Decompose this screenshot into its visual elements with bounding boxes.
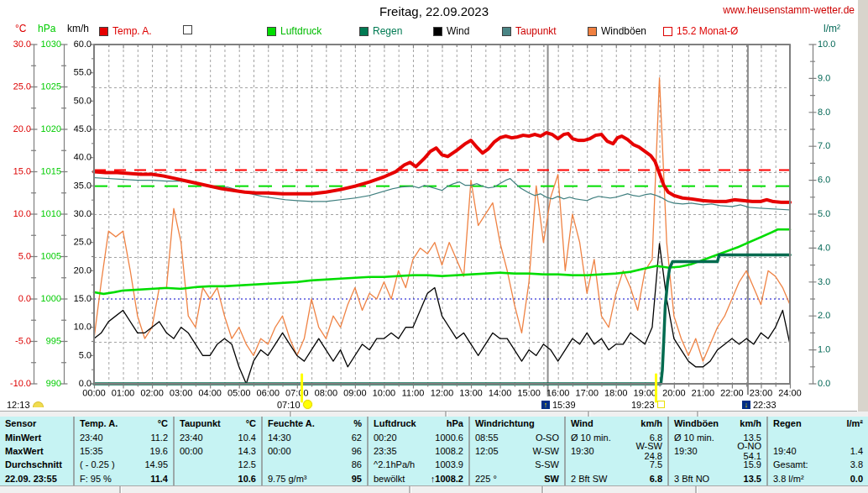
legend-item-15-2-monat-[interactable]: 15.2 Monat-Ø bbox=[663, 25, 738, 37]
table-cell-time: 3 Bft NO bbox=[669, 474, 721, 484]
table-cell-value: 19.6 bbox=[127, 446, 173, 456]
table-col-unit: °C bbox=[221, 418, 261, 428]
table-cell-time: 19:30 bbox=[669, 446, 721, 456]
legend-item-regen[interactable]: Regen bbox=[359, 25, 402, 37]
strip-separator bbox=[541, 486, 544, 493]
table-row-label: Durchschnitt bbox=[0, 459, 73, 469]
legend-label: Temp. A. bbox=[112, 25, 152, 37]
table-cell-value: 11.2 bbox=[127, 433, 173, 443]
moonrise-icon: ↑ bbox=[541, 401, 550, 409]
table-cell-time: 23:40 bbox=[175, 433, 221, 443]
legend-item-empty[interactable] bbox=[183, 25, 196, 34]
legend-label: Wind bbox=[447, 25, 469, 37]
weather-chart-canvas bbox=[0, 0, 868, 417]
table-cell-value: 1003.9 bbox=[421, 459, 468, 469]
table-col-header: Wind bbox=[566, 418, 620, 428]
sunrise-marker: 07:10 bbox=[277, 399, 312, 410]
table-row-label: MaxWert bbox=[0, 446, 73, 456]
table-col-unit: km/h bbox=[721, 418, 766, 428]
table-cell-time: ^2.1hPa/h bbox=[369, 459, 421, 469]
table-col-header: Temp. A. bbox=[75, 418, 127, 428]
sunset-marker: 19:23 bbox=[631, 399, 665, 410]
table-cell-value: 86 bbox=[318, 459, 367, 469]
separator-bar-bottom bbox=[0, 485, 868, 493]
scrollbar[interactable] bbox=[857, 0, 868, 412]
strip-separator bbox=[409, 486, 411, 493]
legend-label: 15.2 Monat-Ø bbox=[677, 25, 738, 37]
table-cell-value: 14.3 bbox=[221, 446, 261, 456]
table-cell-time: Gesamt: bbox=[768, 459, 821, 469]
legend-item-temp-a-[interactable]: Temp. A. bbox=[99, 25, 152, 37]
statistics-table: SensorMinWertMaxWertDurchschnitt22.09. 2… bbox=[0, 417, 868, 485]
moonset-time: 22:33 bbox=[753, 400, 776, 410]
sunset-icon bbox=[657, 401, 665, 408]
legend-item-wind[interactable]: Wind bbox=[433, 25, 469, 37]
legend-item-luftdruck[interactable]: Luftdruck bbox=[267, 25, 322, 37]
table-cell-time: 15:35 bbox=[75, 446, 127, 456]
solar-noon-time: 12:13 bbox=[7, 400, 30, 410]
table-col-header: Feuchte A. bbox=[263, 418, 318, 428]
chart-legend: Temp. A.LuftdruckRegenWindTaupunktWindbö… bbox=[0, 25, 868, 39]
table-cell-time: F: 95 % bbox=[75, 474, 127, 484]
table-cell-value: 62 bbox=[318, 433, 367, 443]
table-col-unit: hPa bbox=[421, 418, 468, 428]
table-cell-time: bewölkt bbox=[369, 474, 421, 484]
legend-label: Luftdruck bbox=[280, 25, 322, 37]
legend-swatch bbox=[502, 27, 511, 36]
legend-item-windb-en[interactable]: Windböen bbox=[588, 25, 646, 37]
table-cell-time: 225 ° bbox=[470, 474, 520, 484]
table-row-label: MinWert bbox=[0, 433, 73, 443]
table-cell-time: 9.75 g/m³ bbox=[263, 474, 318, 484]
table-cell-value: W-SW bbox=[520, 446, 564, 456]
legend-swatch bbox=[267, 27, 276, 36]
table-cell-time: 19:40 bbox=[768, 446, 821, 456]
table-col-header: Luftdruck bbox=[369, 418, 421, 428]
table-col-header: Windrichtung bbox=[470, 418, 535, 428]
table-cell-time: 14:30 bbox=[263, 433, 318, 443]
table-cell-time: 23:40 bbox=[75, 433, 127, 443]
table-cell-value: 7.5 bbox=[620, 459, 667, 469]
table-cell-value: 10.6 bbox=[221, 474, 261, 484]
legend-label: Windböen bbox=[601, 25, 646, 37]
table-cell-time: Ø 10 min. bbox=[669, 433, 721, 443]
table-cell-time: 00:00 bbox=[263, 446, 318, 456]
table-col-unit: °C bbox=[127, 418, 173, 428]
table-col-header: Taupunkt bbox=[175, 418, 221, 428]
table-cell-time: 12:05 bbox=[470, 446, 520, 456]
table-cell-time: 3.8 l/m² bbox=[768, 474, 821, 484]
table-col-unit: l/m² bbox=[821, 418, 868, 428]
table-cell-value: 1.4 bbox=[821, 446, 868, 456]
table-cell-value: 11.4 bbox=[127, 474, 173, 484]
table-col-unit: % bbox=[318, 418, 367, 428]
moonset-icon: ↓ bbox=[742, 401, 750, 409]
table-cell-value: 95 bbox=[318, 474, 367, 484]
website-link[interactable]: www.heusenstamm-wetter.de bbox=[723, 4, 855, 16]
strip-separator bbox=[119, 486, 122, 493]
table-cell-time: 2 Bft SW bbox=[566, 474, 620, 484]
table-row-label: 22.09. 23:55 bbox=[0, 474, 73, 484]
legend-swatch bbox=[99, 27, 108, 36]
table-cell-time: Ø 10 min. bbox=[566, 433, 620, 443]
legend-swatch bbox=[359, 27, 369, 36]
table-col-header: Regen bbox=[768, 418, 821, 428]
table-cell-value: 15.9 bbox=[721, 459, 766, 469]
table-cell-value: O-SO bbox=[520, 433, 564, 443]
moonrise-time: 15:39 bbox=[552, 400, 576, 410]
table-cell-time: 23:35 bbox=[369, 446, 421, 456]
table-col-header: Windböen bbox=[669, 418, 721, 428]
strip-separator bbox=[695, 486, 698, 493]
table-cell-value: 13.5 bbox=[721, 474, 766, 484]
half-sun-icon bbox=[33, 401, 44, 407]
legend-item-taupunkt[interactable]: Taupunkt bbox=[502, 25, 557, 37]
table-cell-value: 3.8 bbox=[821, 459, 868, 469]
legend-swatch bbox=[433, 27, 442, 36]
weather-dashboard: Freitag, 22.09.2023 www.heusenstamm-wett… bbox=[0, 0, 868, 493]
legend-label: Regen bbox=[373, 25, 402, 37]
legend-label: Taupunkt bbox=[515, 25, 557, 37]
legend-swatch bbox=[183, 25, 192, 34]
table-cell-value: S-SW bbox=[520, 459, 564, 469]
solar-noon-marker: 12:13 bbox=[7, 399, 44, 410]
table-cell-value: 6.8 bbox=[620, 474, 667, 484]
table-row-label: Sensor bbox=[0, 418, 73, 428]
moonset-marker: ↓ 22:33 bbox=[742, 399, 776, 410]
